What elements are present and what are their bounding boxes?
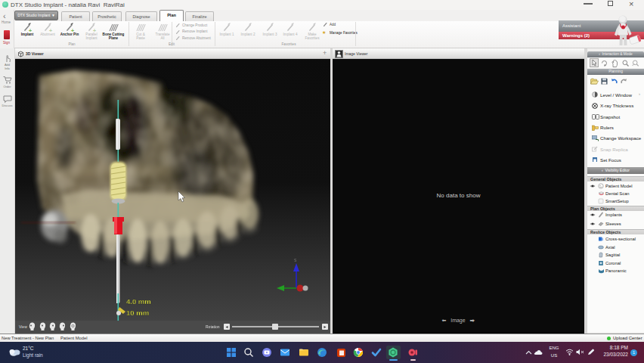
svg-text:S: S (294, 258, 297, 262)
svg-text:4.0 mm: 4.0 mm (126, 297, 151, 306)
svg-text:10 mm: 10 mm (126, 309, 149, 317)
